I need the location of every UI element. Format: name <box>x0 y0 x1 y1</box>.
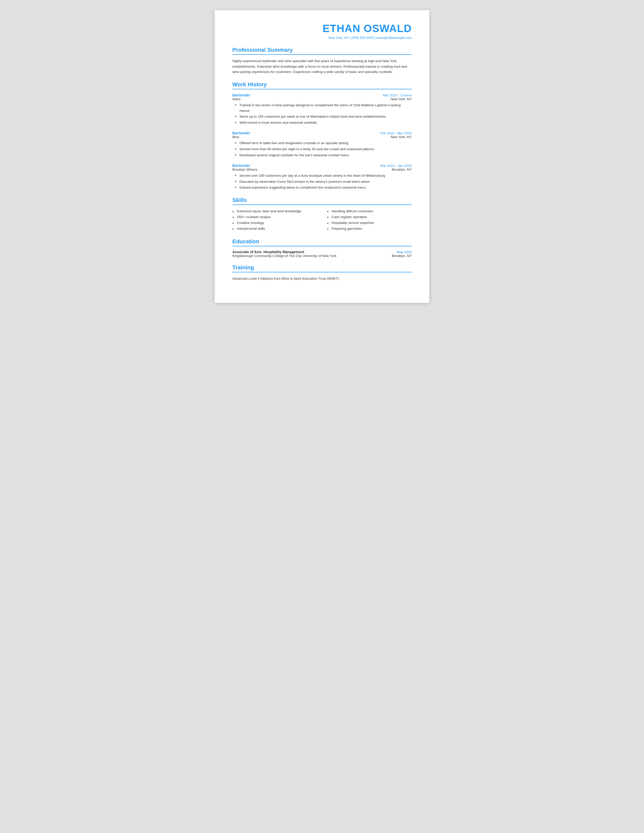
training-text: Advanced Level 4 Diploma from Wine & Spi… <box>232 276 412 281</box>
list-item: Hospitality service expertise <box>327 220 412 226</box>
training-section: Training Advanced Level 4 Diploma from W… <box>232 264 412 281</box>
job-title-3: Bartender <box>232 163 250 167</box>
job-location-1: New York, NY <box>391 97 412 101</box>
professional-summary-title: Professional Summary <box>232 47 412 55</box>
work-history-section: Work History Bartender Mar 2018 - Curren… <box>232 81 412 190</box>
job-dates-2: Feb 2016 - Mar 2018 <box>380 131 412 135</box>
job-dates-1: Mar 2018 - Current <box>383 93 412 97</box>
list-item: Preparing garnishes <box>327 226 412 232</box>
skills-section: Skills Extensive liquor, beer and wine k… <box>232 197 412 232</box>
training-title: Training <box>232 264 412 272</box>
job-header-1: Bartender Mar 2018 - Current <box>232 93 412 97</box>
job-company-1: Atera <box>232 97 240 101</box>
job-entry-2: Bartender Feb 2016 - Mar 2018 Blue New Y… <box>232 131 412 158</box>
candidate-name: ETHAN OSWALD <box>232 23 412 34</box>
education-section: Education Associate of Arts: Hospitality… <box>232 238 412 258</box>
list-item: Handling difficult customers <box>327 209 412 214</box>
list-item: Serve up to 150 customers per week at on… <box>235 114 412 119</box>
job-location-3: Brooklyn, NY <box>392 167 412 171</box>
edu-school-1: Kingsborough Community College of The Ci… <box>232 254 336 258</box>
job-location-2: New York, NY <box>391 135 412 139</box>
list-item: Extensive liquor, beer and wine knowledg… <box>232 209 317 214</box>
job-title-2: Bartender <box>232 131 250 135</box>
job-company-row-1: Atera New York, NY <box>232 97 412 101</box>
list-item: Creative mixology <box>232 220 317 226</box>
edu-date-1: May 2019 <box>397 250 412 254</box>
list-item: Cash register operation <box>327 214 412 220</box>
job-company-row-2: Blue New York, NY <box>232 135 412 139</box>
list-item: Educated by winemaker Conor McCormack in… <box>235 179 412 185</box>
job-entry-3: Bartender Mar 2014 - Jan 2016 Brooklyn W… <box>232 163 412 190</box>
list-item: Served over 100 customers per day at a b… <box>235 173 412 178</box>
job-header-3: Bartender Mar 2014 - Jan 2016 <box>232 163 412 167</box>
list-item: Trained in two levels of wine pairings d… <box>235 103 412 113</box>
list-item: 250+ cocktails recipes <box>232 214 317 220</box>
header: ETHAN OSWALD New York, NY | (555) 555-55… <box>232 23 412 40</box>
professional-summary-section: Professional Summary Highly-experienced … <box>232 47 412 75</box>
list-item: Well-versed in local vintners and season… <box>235 120 412 125</box>
edu-entry-1: Associate of Arts: Hospitality Managemen… <box>232 250 412 258</box>
skills-title: Skills <box>232 197 412 205</box>
job-company-row-3: Brooklyn Winery Brooklyn, NY <box>232 167 412 171</box>
job-bullets-3: Served over 100 customers per day at a b… <box>232 173 412 190</box>
list-item: Offered farm to table fare and imaginati… <box>235 140 412 146</box>
job-bullets-1: Trained in two levels of wine pairings d… <box>232 103 412 125</box>
summary-text: Highly-experienced bartender and wine sp… <box>232 58 412 75</box>
job-bullets-2: Offered farm to table fare and imaginati… <box>232 140 412 158</box>
edu-header-1: Associate of Arts: Hospitality Managemen… <box>232 250 412 254</box>
job-company-3: Brooklyn Winery <box>232 167 257 171</box>
list-item: Interpersonal skills <box>232 226 317 232</box>
education-title: Education <box>232 238 412 246</box>
job-dates-3: Mar 2014 - Jan 2016 <box>380 164 412 167</box>
edu-degree-1: Associate of Arts: Hospitality Managemen… <box>232 250 304 254</box>
contact-info: New York, NY | (555) 555-5555 | example@… <box>232 36 412 40</box>
job-entry-1: Bartender Mar 2018 - Current Atera New Y… <box>232 93 412 125</box>
resume-page: ETHAN OSWALD New York, NY | (555) 555-55… <box>215 10 429 303</box>
job-title-1: Bartender <box>232 93 250 97</box>
edu-school-row-1: Kingsborough Community College of The Ci… <box>232 254 412 258</box>
list-item: Served more than 80 drinks per night to … <box>235 146 412 152</box>
edu-location-1: Brooklyn, NY <box>392 254 412 258</box>
skills-right: Handling difficult customers Cash regist… <box>327 209 412 232</box>
job-company-2: Blue <box>232 135 239 139</box>
work-history-title: Work History <box>232 81 412 89</box>
skills-left: Extensive liquor, beer and wine knowledg… <box>232 209 317 232</box>
list-item: Gained experience suggesting wines to co… <box>235 185 412 190</box>
list-item: Developed several original cocktails for… <box>235 153 412 158</box>
skills-columns: Extensive liquor, beer and wine knowledg… <box>232 209 412 232</box>
job-header-2: Bartender Feb 2016 - Mar 2018 <box>232 131 412 135</box>
